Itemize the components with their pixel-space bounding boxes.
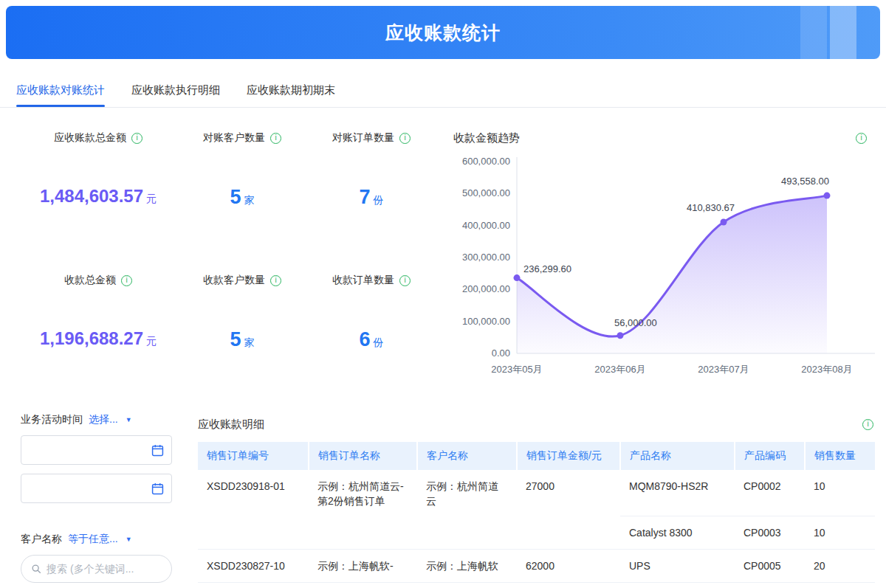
cell-customer: 示例：杭州简道云 — [417, 470, 517, 549]
cell-amount: 62000 — [517, 549, 620, 582]
stat-unit: 份 — [374, 336, 384, 348]
cell-quantity: 10 — [805, 516, 875, 549]
cell-product-code: CP0005 — [735, 549, 805, 582]
calendar-icon — [151, 444, 164, 457]
cell-amount: 27000 — [517, 470, 620, 549]
stat-value: 5家 — [176, 186, 309, 209]
tab-bar: 应收账款对账统计 应收账款执行明细 应收账款期初期末 — [0, 74, 886, 108]
svg-text:2023年07月: 2023年07月 — [698, 364, 749, 375]
stats-panel: 应收账款总金额 i 1,484,603.57元 对账客户数量 i 5家 对账订单 — [21, 131, 438, 351]
col-header-order-name: 销售订单名称 — [309, 442, 417, 470]
cell-quantity: 20 — [805, 549, 875, 582]
stat-number: 5 — [230, 186, 241, 208]
time-filter-label: 业务活动时间 — [21, 413, 83, 426]
info-icon[interactable]: i — [121, 275, 132, 286]
cell-customer: 示例：上海帆软 — [417, 549, 517, 582]
info-icon[interactable]: i — [399, 275, 411, 286]
cell-quantity: 10 — [805, 470, 875, 516]
svg-text:2023年08月: 2023年08月 — [801, 364, 852, 375]
date-from-field[interactable] — [21, 435, 172, 465]
cell-order-name: 示例：上海帆软- — [309, 549, 417, 582]
info-icon[interactable]: i — [862, 419, 873, 430]
svg-text:2023年05月: 2023年05月 — [491, 364, 542, 375]
stat-payment-orders: 收款订单数量 i 6份 — [309, 274, 434, 351]
svg-text:600,000.00: 600,000.00 — [462, 156, 510, 167]
stat-value: 1,484,603.57元 — [21, 186, 176, 207]
cell-product-name: Catalyst 8300 — [620, 516, 735, 549]
stat-label-text: 应收账款总金额 — [54, 131, 126, 145]
date-to-field[interactable] — [21, 474, 172, 503]
page: 应收账款统计 应收账款对账统计 应收账款执行明细 应收账款期初期末 应收账款总金… — [0, 0, 886, 588]
stat-reconciled-customers: 对账客户数量 i 5家 — [176, 131, 309, 209]
customer-filter-label: 客户名称 — [21, 533, 62, 546]
table-row: XSDD230918-01 示例：杭州简道云-第2份销售订单 示例：杭州简道云 … — [198, 470, 875, 516]
stat-label-text: 对账订单数量 — [332, 131, 394, 145]
filter-panel: 业务活动时间 选择... ▼ 客户名称 等于任意... ▼ — [21, 413, 172, 583]
chevron-down-icon: ▼ — [126, 416, 132, 423]
trend-chart-panel: 收款金额趋势 i 0.00100,000.00200,000.00300,000… — [443, 131, 879, 381]
cell-product-code: CP0003 — [735, 516, 805, 549]
svg-text:410,830.67: 410,830.67 — [687, 202, 735, 213]
stat-value: 5家 — [176, 328, 309, 351]
stats-row-1: 应收账款总金额 i 1,484,603.57元 对账客户数量 i 5家 对账订单 — [21, 131, 438, 209]
stat-label: 收款总金额 i — [21, 274, 176, 287]
info-icon[interactable]: i — [270, 275, 281, 286]
customer-search-input[interactable] — [47, 563, 162, 575]
info-icon[interactable]: i — [131, 133, 142, 144]
table-header-row: 销售订单编号 销售订单名称 客户名称 销售订单金额/元 产品名称 产品编码 销售… — [198, 442, 875, 470]
cell-order-no: XSDD230918-01 — [198, 470, 309, 549]
stat-paying-customers: 收款客户数量 i 5家 — [176, 274, 309, 351]
stat-label-text: 收款客户数量 — [203, 274, 265, 287]
detail-panel: 应收账款明细 i 销售订单编号 销售订单名称 客户名称 销售订单金额/元 产品名… — [198, 418, 875, 583]
table-row: XSDD230827-10 示例：上海帆软- 示例：上海帆软 62000 UPS… — [198, 549, 875, 582]
stat-unit: 家 — [244, 194, 255, 206]
col-header-product-name: 产品名称 — [620, 442, 735, 470]
time-filter-operator[interactable]: 选择... — [89, 413, 118, 426]
trend-chart-title: 收款金额趋势 — [453, 131, 520, 145]
cell-product-name: UPS — [620, 549, 735, 582]
stat-number: 1,196,688.27 — [40, 328, 143, 348]
tab-reconciliation-stats[interactable]: 应收账款对账统计 — [16, 74, 105, 107]
stats-row-2: 收款总金额 i 1,196,688.27元 收款客户数量 i 5家 收款订单数量 — [21, 274, 438, 351]
customer-filter-operator[interactable]: 等于任意... — [68, 533, 118, 546]
stat-received-total: 收款总金额 i 1,196,688.27元 — [21, 274, 176, 351]
tab-execution-detail[interactable]: 应收账款执行明细 — [131, 74, 220, 107]
col-header-amount: 销售订单金额/元 — [517, 442, 620, 470]
detail-header: 应收账款明细 i — [198, 418, 875, 432]
time-filter-row: 业务活动时间 选择... ▼ — [21, 413, 172, 426]
svg-text:300,000.00: 300,000.00 — [462, 252, 510, 263]
customer-search-box — [21, 555, 172, 583]
stat-number: 7 — [359, 186, 370, 208]
page-title: 应收账款统计 — [6, 6, 880, 59]
stat-receivable-total: 应收账款总金额 i 1,484,603.57元 — [21, 131, 176, 209]
stat-label: 对账订单数量 i — [309, 131, 434, 145]
stat-unit: 家 — [244, 336, 255, 348]
col-header-product-code: 产品编码 — [735, 442, 805, 470]
trend-chart-header: 收款金额趋势 i — [443, 131, 879, 145]
tab-period-begin-end[interactable]: 应收账款期初期末 — [247, 74, 335, 107]
cell-product-code: CP0002 — [735, 470, 805, 516]
col-header-customer: 客户名称 — [417, 442, 517, 470]
stat-label-text: 收款订单数量 — [332, 274, 394, 287]
svg-text:200,000.00: 200,000.00 — [462, 283, 510, 294]
trend-chart: 0.00100,000.00200,000.00300,000.00400,00… — [443, 151, 875, 381]
stat-number: 5 — [230, 328, 241, 350]
stat-unit: 元 — [146, 193, 157, 204]
svg-text:100,000.00: 100,000.00 — [462, 316, 510, 327]
stat-value: 1,196,688.27元 — [21, 328, 176, 349]
stat-number: 1,484,603.57 — [40, 186, 143, 206]
svg-text:56,000.00: 56,000.00 — [614, 317, 657, 328]
customer-filter-row: 客户名称 等于任意... ▼ — [21, 533, 172, 546]
info-icon[interactable]: i — [270, 133, 281, 144]
col-header-order-no: 销售订单编号 — [198, 442, 309, 470]
stat-label: 应收账款总金额 i — [21, 131, 176, 145]
svg-text:0.00: 0.00 — [492, 347, 510, 359]
svg-text:493,558.00: 493,558.00 — [781, 176, 829, 187]
info-icon[interactable]: i — [399, 133, 411, 144]
detail-table: 销售订单编号 销售订单名称 客户名称 销售订单金额/元 产品名称 产品编码 销售… — [198, 442, 875, 583]
svg-text:500,000.00: 500,000.00 — [462, 187, 510, 198]
info-icon[interactable]: i — [856, 133, 867, 144]
stat-number: 6 — [359, 328, 370, 350]
search-icon — [31, 563, 41, 575]
stat-value: 6份 — [309, 328, 434, 351]
